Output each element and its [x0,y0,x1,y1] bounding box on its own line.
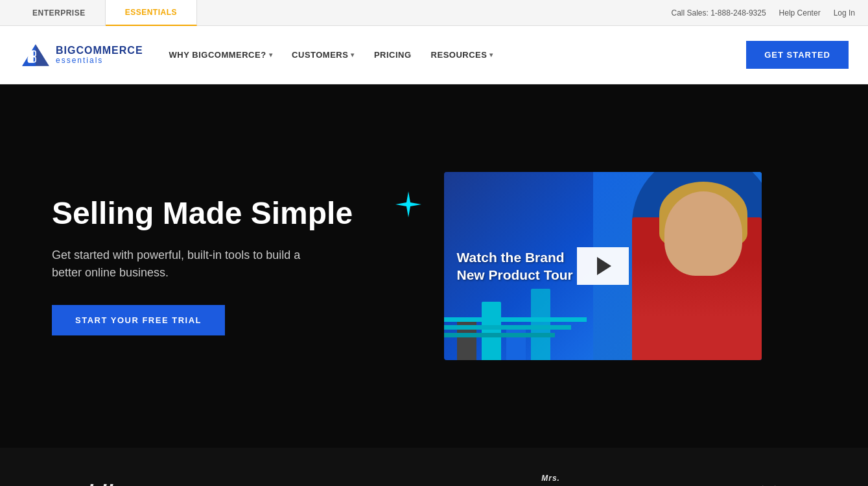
nav-left: BIGCOMMERCE essentials WHY BIGCOMMERCE? … [19,39,493,71]
get-started-button[interactable]: GET STARTED [746,41,849,69]
tab-enterprise[interactable]: ENTERPRISE [13,0,106,26]
nav-link-why[interactable]: WHY BIGCOMMERCE? ▾ [169,50,273,60]
nav-link-resources[interactable]: RESOURCES ▾ [431,50,493,60]
nav-link-customers[interactable]: CUSTOMERS ▾ [292,50,355,60]
meyers-name: MEYER'S [511,483,590,486]
help-center-link[interactable]: Help Center [779,8,821,18]
phone-number: Call Sales: 1-888-248-9325 [672,8,766,18]
logos-bar: bliss L A R Q BURROW Mrs. MEYER'S CLEAN … [0,448,868,486]
top-bar: ENTERPRISE ESSENTIALS Call Sales: 1-888-… [0,0,868,26]
nav-link-pricing[interactable]: PRICING [374,50,412,60]
login-link[interactable]: Log In [834,8,855,18]
tab-essentials[interactable]: ESSENTIALS [106,0,197,26]
video-label: Watch the Brand New Product Tour [444,172,593,360]
logo[interactable]: BIGCOMMERCE essentials [19,39,143,71]
logo-text: BIGCOMMERCE essentials [56,45,143,66]
person-face [664,191,742,276]
logo-larq: L A R Q [209,483,280,486]
play-icon [597,257,611,275]
logo-burrow: BURROW [351,482,441,486]
play-button[interactable] [577,247,629,285]
logo-meyers: Mrs. MEYER'S CLEAN DAY [511,474,590,486]
bigcommerce-logo-icon [19,39,52,71]
chevron-down-icon: ▾ [489,51,493,58]
hero-section: Selling Made Simple Get started with pow… [0,84,868,448]
start-trial-button[interactable]: START YOUR FREE TRIAL [52,305,225,335]
nav-links: WHY BIGCOMMERCE? ▾ CUSTOMERS ▾ PRICING R… [169,50,493,60]
chevron-down-icon: ▾ [351,51,355,58]
main-nav: BIGCOMMERCE essentials WHY BIGCOMMERCE? … [0,26,868,84]
top-bar-tabs: ENTERPRISE ESSENTIALS [13,0,197,26]
video-card[interactable]: Watch the Brand New Product Tour [444,172,762,360]
hero-subtitle: Get started with powerful, built-in tool… [52,247,311,282]
sparkle-decoration [395,191,421,220]
sparkle-icon [395,191,421,217]
meyers-mrs: Mrs. [511,474,590,483]
chevron-down-icon: ▾ [269,51,273,58]
logo-bliss: bliss [88,480,138,486]
hero-title: Selling Made Simple [52,197,389,231]
hero-right: Watch the Brand New Product Tour [389,172,816,360]
hero-left: Selling Made Simple Get started with pow… [52,197,389,335]
top-bar-right: Call Sales: 1-888-248-9325 Help Center L… [672,8,856,18]
